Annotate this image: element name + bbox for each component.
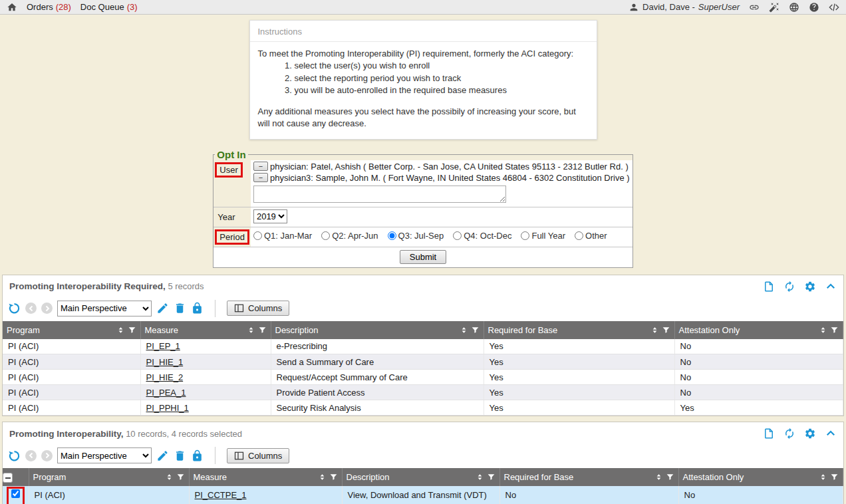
remove-user-button[interactable]: −	[253, 162, 268, 171]
sort-icon[interactable]	[247, 326, 255, 334]
period-option-q2[interactable]: Q2: Apr-Jun	[321, 231, 378, 241]
filter-icon[interactable]	[176, 473, 185, 481]
sort-icon[interactable]	[819, 473, 827, 481]
instruction-step: select the user(s) you wish to enroll	[295, 60, 589, 72]
table-row: PI (ACI)PI_PEA_1Provide Patient AccessYe…	[3, 385, 843, 400]
measure-link[interactable]: PI_EP_1	[146, 341, 180, 351]
measure-link[interactable]: PI_CCTPE_1	[195, 490, 247, 500]
panel-header: Promoting Interoperability Required, 5 r…	[3, 275, 843, 297]
undo-icon[interactable]	[8, 449, 21, 462]
column-header-program[interactable]: Program	[29, 468, 189, 486]
filter-icon[interactable]	[487, 473, 495, 481]
filter-icon[interactable]	[666, 473, 674, 481]
sort-icon[interactable]	[460, 326, 468, 334]
nav-doc-queue[interactable]: Doc Queue (3)	[80, 2, 138, 12]
period-option-q3[interactable]: Q3: Jul-Sep	[388, 231, 444, 241]
gear-icon[interactable]	[804, 428, 816, 440]
new-document-icon[interactable]	[763, 428, 775, 440]
collapse-icon[interactable]	[825, 428, 837, 440]
select-all-checkbox[interactable]	[3, 473, 13, 483]
sort-icon[interactable]	[318, 473, 327, 481]
selected-user-item: − physician: Patel, Ashish ( Better Corp…	[253, 161, 630, 172]
edit-icon[interactable]	[156, 449, 169, 462]
sort-icon[interactable]	[165, 473, 174, 481]
sort-icon[interactable]	[116, 326, 125, 334]
current-user[interactable]: David, Dave - SuperUser	[629, 2, 740, 13]
edit-icon[interactable]	[156, 302, 169, 315]
column-header-required-for-base[interactable]: Required for Base	[499, 468, 678, 486]
column-header-attestation-only[interactable]: Attestation Only	[674, 321, 843, 339]
columns-button[interactable]: Columns	[227, 301, 289, 316]
gear-icon[interactable]	[804, 281, 816, 293]
column-header-measure[interactable]: Measure	[140, 321, 271, 339]
next-icon[interactable]	[41, 303, 53, 314]
period-option-full-year[interactable]: Full Year	[521, 231, 565, 241]
nav-orders[interactable]: Orders (28)	[27, 2, 71, 12]
prev-icon[interactable]	[25, 450, 37, 461]
row-checkbox[interactable]	[11, 489, 20, 498]
delete-icon[interactable]	[174, 302, 186, 315]
help-icon[interactable]	[809, 2, 819, 13]
period-radio-other[interactable]	[575, 231, 583, 240]
lock-icon[interactable]	[191, 302, 204, 315]
delete-icon[interactable]	[174, 449, 186, 462]
filter-icon[interactable]	[329, 473, 338, 481]
prev-icon[interactable]	[25, 303, 37, 314]
period-radio-q1[interactable]	[253, 231, 262, 240]
sort-icon[interactable]	[476, 473, 484, 481]
column-header-required-for-base[interactable]: Required for Base	[484, 321, 674, 339]
measure-link[interactable]: PI_HIE_1	[146, 357, 184, 367]
remove-user-button[interactable]: −	[253, 173, 268, 182]
year-select[interactable]: 2019	[253, 209, 287, 223]
new-document-icon[interactable]	[763, 281, 775, 293]
filter-icon[interactable]	[830, 473, 839, 481]
column-header-attestation-only[interactable]: Attestation Only	[678, 468, 843, 486]
link-icon[interactable]	[749, 2, 760, 13]
columns-button[interactable]: Columns	[227, 448, 289, 463]
period-radio-q2[interactable]	[321, 231, 330, 240]
period-radio-q3[interactable]	[388, 231, 396, 240]
instruction-step: you will be auto-enrolled in the require…	[295, 84, 589, 96]
panel-toolbar: Main Perspective Columns	[3, 444, 843, 468]
topbar: Orders (28) Doc Queue (3) David, Dave - …	[0, 0, 846, 15]
lock-icon[interactable]	[191, 449, 204, 462]
period-option-other[interactable]: Other	[575, 231, 607, 241]
sort-icon[interactable]	[650, 326, 659, 334]
column-header-program[interactable]: Program	[3, 321, 140, 339]
globe-icon[interactable]	[789, 2, 799, 13]
next-icon[interactable]	[41, 450, 53, 461]
filter-icon[interactable]	[128, 326, 136, 334]
period-radio-full-year[interactable]	[521, 231, 529, 240]
column-header-row: Program Measure Description Required for…	[3, 468, 843, 486]
filter-icon[interactable]	[662, 326, 670, 334]
submit-button[interactable]: Submit	[400, 250, 446, 264]
refresh-icon[interactable]	[783, 281, 795, 293]
refresh-icon[interactable]	[783, 428, 795, 440]
filter-icon[interactable]	[471, 326, 480, 334]
user-role: SuperUser	[698, 2, 740, 12]
column-header-measure[interactable]: Measure	[189, 468, 342, 486]
doc-queue-label: Doc Queue	[80, 2, 124, 12]
home-icon[interactable]	[7, 2, 17, 13]
period-option-q1[interactable]: Q1: Jan-Mar	[253, 231, 312, 241]
column-header-description[interactable]: Description	[271, 321, 484, 339]
column-header-description[interactable]: Description	[342, 468, 499, 486]
column-header-select-all[interactable]	[3, 468, 29, 486]
filter-icon[interactable]	[258, 326, 267, 334]
perspective-select[interactable]: Main Perspective	[57, 447, 152, 463]
sort-icon[interactable]	[819, 326, 827, 334]
measure-link[interactable]: PI_PEA_1	[146, 388, 186, 398]
user-search-input[interactable]	[253, 186, 506, 203]
filter-icon[interactable]	[830, 326, 839, 334]
measure-link[interactable]: PI_HIE_2	[146, 372, 184, 382]
sort-icon[interactable]	[654, 473, 663, 481]
measure-link[interactable]: PI_PPHI_1	[146, 403, 189, 413]
period-radio-q4[interactable]	[453, 231, 462, 240]
wand-icon[interactable]	[769, 2, 779, 13]
code-icon[interactable]	[829, 2, 839, 13]
undo-icon[interactable]	[8, 302, 21, 315]
period-option-q4[interactable]: Q4: Oct-Dec	[453, 231, 511, 241]
collapse-icon[interactable]	[825, 281, 837, 293]
perspective-select[interactable]: Main Perspective	[57, 301, 152, 316]
instructions-body: To meet the Promoting Interoperability (…	[250, 42, 597, 139]
